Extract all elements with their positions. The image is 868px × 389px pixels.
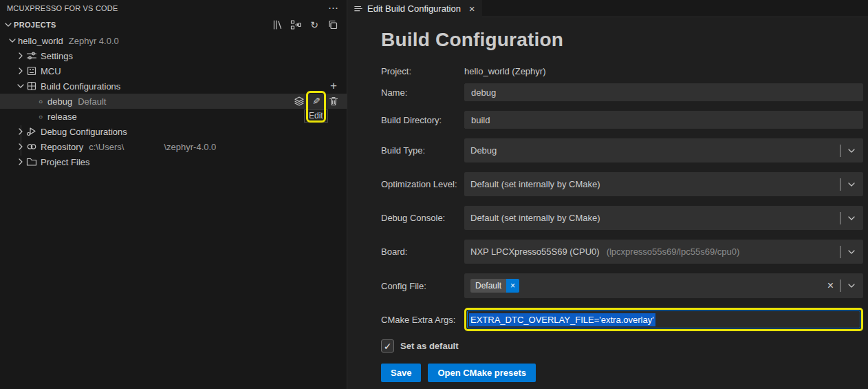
edit-config-button[interactable]: ✎ Edit bbox=[310, 95, 323, 107]
sidebar: MCUXPRESSO FOR VS CODE ⋯ PROJECTS bbox=[0, 0, 347, 389]
chevron-down-icon[interactable] bbox=[845, 212, 858, 224]
board-value: NXP LPCXpresso55S69 (CPU0) bbox=[470, 246, 600, 257]
select-divider bbox=[840, 145, 840, 157]
pencil-icon[interactable]: ✎ bbox=[312, 96, 321, 107]
field-config-file: Config File: Default × × bbox=[381, 273, 863, 298]
set-as-default-label: Set as default bbox=[400, 341, 459, 351]
project-value: hello_world (Zephyr) bbox=[464, 66, 546, 76]
name-input[interactable]: debug bbox=[464, 83, 863, 101]
close-icon[interactable]: × bbox=[469, 5, 475, 13]
projects-section-label: PROJECTS bbox=[14, 21, 56, 29]
chevron-down-icon[interactable] bbox=[845, 280, 858, 292]
build-directory-input[interactable]: build bbox=[464, 111, 863, 129]
chevron-down-icon[interactable] bbox=[845, 246, 858, 258]
debug-console-select[interactable]: Default (set internally by CMake) bbox=[464, 206, 863, 230]
optimization-level-value: Default (set internally by CMake) bbox=[470, 179, 600, 189]
chevron-down-icon[interactable] bbox=[845, 145, 858, 157]
config-file-multiselect[interactable]: Default × × bbox=[464, 273, 863, 298]
optimization-level-select[interactable]: Default (set internally by CMake) bbox=[464, 172, 863, 196]
chevron-right-icon[interactable] bbox=[15, 65, 26, 76]
config-row-actions: ✎ Edit bbox=[293, 94, 340, 109]
import-project-icon[interactable] bbox=[290, 19, 301, 30]
save-button[interactable]: Save bbox=[381, 364, 421, 382]
tree-item-settings[interactable]: Settings bbox=[0, 48, 347, 63]
repository-path-suffix: \zephyr-4.0.0 bbox=[164, 142, 216, 152]
field-label: CMake Extra Args: bbox=[381, 315, 464, 325]
tree-item-mcu[interactable]: MCU bbox=[0, 63, 347, 78]
chevron-right-icon[interactable] bbox=[15, 126, 26, 137]
board-identifier: (lpcxpresso55s69/lpc55s69/cpu0) bbox=[607, 246, 740, 257]
tree-item-project-files[interactable]: Project Files bbox=[0, 154, 347, 169]
tree-item-build-configurations[interactable]: Build Configurations + bbox=[0, 78, 347, 94]
folder-icon bbox=[26, 156, 37, 167]
webview-list-icon bbox=[354, 4, 363, 14]
sidebar-titlebar: MCUXPRESSO FOR VS CODE ⋯ bbox=[0, 0, 347, 17]
projects-toolbar: ↻ bbox=[272, 19, 338, 30]
tree-item-project[interactable]: hello_world Zephyr 4.0.0 bbox=[0, 33, 347, 48]
tab-title: Edit Build Configuration bbox=[367, 3, 461, 14]
config-bullet-icon: ○ bbox=[39, 113, 43, 120]
more-actions-icon[interactable]: ⋯ bbox=[328, 5, 338, 12]
chevron-right-icon[interactable] bbox=[15, 141, 26, 152]
project-sdk-version: Zephyr 4.0.0 bbox=[69, 36, 119, 46]
tree-item-label: MCU bbox=[41, 66, 61, 76]
tree-item-debug-configurations[interactable]: Debug Configurations bbox=[0, 124, 347, 139]
clear-all-icon[interactable]: × bbox=[826, 281, 835, 291]
form-actions: Save Open CMake presets bbox=[381, 364, 863, 382]
cmake-extra-args-value: EXTRA_DTC_OVERLAY_FILE='extra.overlay' bbox=[469, 313, 655, 326]
add-build-configuration-icon[interactable]: + bbox=[330, 78, 337, 94]
field-debug-console: Debug Console: Default (set internally b… bbox=[381, 206, 863, 230]
chevron-down-icon[interactable] bbox=[7, 35, 18, 46]
name-input-value: debug bbox=[471, 87, 496, 98]
copy-icon[interactable] bbox=[327, 19, 338, 30]
field-cmake-extra-args: CMake Extra Args: EXTRA_DTC_OVERLAY_FILE… bbox=[381, 308, 863, 331]
tree-item-release-config[interactable]: ○ release bbox=[0, 109, 347, 124]
build-configurations-icon bbox=[26, 81, 37, 92]
field-label: Build Directory: bbox=[381, 115, 464, 125]
tree-item-debug-config[interactable]: ○ debug Default ✎ Edit bbox=[0, 94, 347, 109]
layers-icon[interactable] bbox=[293, 95, 305, 107]
chevron-down-icon[interactable] bbox=[845, 178, 858, 191]
field-label: Debug Console: bbox=[381, 213, 464, 223]
field-board: Board: NXP LPCXpresso55S69 (CPU0) (lpcxp… bbox=[381, 240, 863, 264]
chevron-right-icon[interactable] bbox=[15, 50, 26, 61]
settings-sliders-icon bbox=[26, 50, 37, 61]
select-divider bbox=[840, 246, 840, 258]
build-configuration-form: Build Configuration Project: hello_world… bbox=[347, 17, 868, 382]
import-examples-icon[interactable] bbox=[272, 19, 283, 30]
field-name: Name: debug bbox=[381, 83, 863, 101]
sidebar-title: MCUXPRESSO FOR VS CODE bbox=[7, 4, 118, 12]
config-file-chip: Default × bbox=[470, 279, 519, 293]
config-bullet-icon: ○ bbox=[39, 98, 43, 105]
projects-section-header[interactable]: PROJECTS ↻ bbox=[0, 17, 347, 33]
field-optimization-level: Optimization Level: Default (set interna… bbox=[381, 172, 863, 196]
build-type-select[interactable]: Debug bbox=[464, 138, 863, 162]
cmake-extra-args-input[interactable]: EXTRA_DTC_OVERLAY_FILE='extra.overlay' bbox=[467, 311, 860, 328]
chip-close-icon[interactable]: × bbox=[506, 279, 519, 293]
build-type-value: Debug bbox=[470, 145, 497, 156]
config-name: release bbox=[47, 112, 77, 122]
debug-configurations-icon bbox=[26, 126, 37, 137]
select-divider bbox=[840, 212, 840, 224]
set-as-default-checkbox[interactable]: ✓ bbox=[381, 339, 394, 353]
select-divider bbox=[840, 178, 840, 191]
trash-icon[interactable] bbox=[327, 95, 340, 107]
tree-item-repository[interactable]: Repository c:\Users\ \zephyr-4.0.0 bbox=[0, 139, 347, 154]
repository-link-icon bbox=[26, 141, 37, 152]
board-select[interactable]: NXP LPCXpresso55S69 (CPU0) (lpcxpresso55… bbox=[464, 240, 863, 264]
tree-item-label: Build Configurations bbox=[41, 81, 120, 92]
chevron-down-icon[interactable] bbox=[3, 19, 14, 30]
field-label: Project: bbox=[381, 66, 464, 76]
refresh-icon[interactable]: ↻ bbox=[309, 19, 320, 30]
config-name: debug bbox=[47, 96, 72, 107]
mcu-chip-icon bbox=[26, 65, 37, 76]
tab-edit-build-configuration[interactable]: Edit Build Configuration × bbox=[347, 0, 482, 17]
projects-tree: hello_world Zephyr 4.0.0 Settings bbox=[0, 33, 347, 169]
open-cmake-presets-button[interactable]: Open CMake presets bbox=[428, 364, 536, 382]
field-label: Build Type: bbox=[381, 145, 464, 156]
field-label: Board: bbox=[381, 246, 464, 257]
tree-item-label: Settings bbox=[41, 51, 73, 61]
chevron-down-icon[interactable] bbox=[15, 81, 26, 92]
chevron-right-icon[interactable] bbox=[15, 156, 26, 167]
field-label: Config File: bbox=[381, 281, 464, 291]
